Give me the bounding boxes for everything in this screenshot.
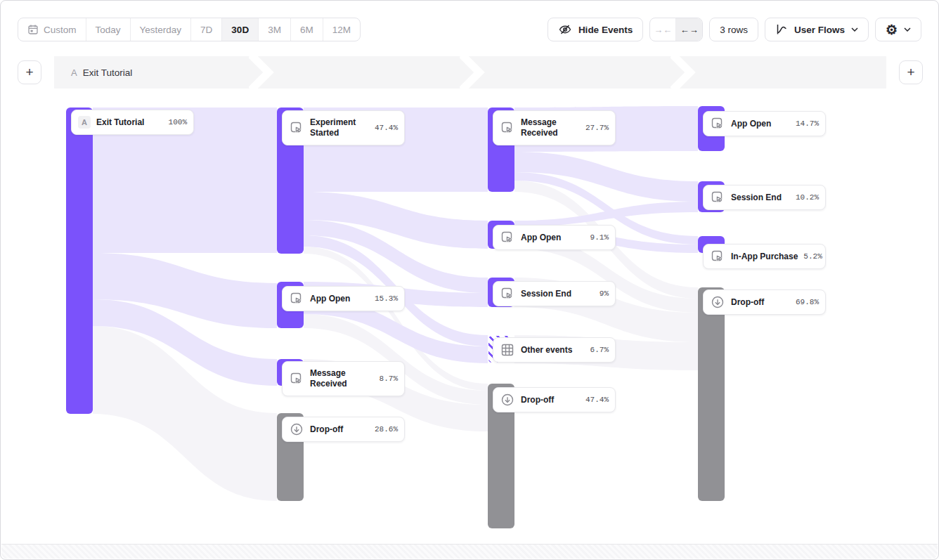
node-percent: 47.4% <box>585 396 609 404</box>
toolbar-right: Hide Events →← ←→ 3 rows User Flows ⚙ <box>548 18 921 41</box>
date-range-yesterday[interactable]: Yesterday <box>131 18 192 41</box>
node-percent: 28.6% <box>375 425 398 434</box>
node-label: Drop-off <box>731 297 790 308</box>
node-label: Session End <box>521 289 594 299</box>
date-range-today[interactable]: Today <box>86 18 131 41</box>
chart-type-dropdown[interactable]: User Flows <box>765 18 869 41</box>
node-label: App Open <box>521 233 585 243</box>
chart-type-label: User Flows <box>794 25 845 35</box>
node-label: Message Received <box>310 368 374 389</box>
node-percent: 15.3% <box>375 294 398 303</box>
flow-node-card-app-open[interactable]: App Open9.1% <box>493 225 616 250</box>
event-icon <box>289 371 304 386</box>
flow-node-card-other-events[interactable]: Other events6.7% <box>493 337 616 363</box>
node-label: Experiment Started <box>310 117 369 138</box>
event-icon <box>500 286 515 301</box>
dropoff-icon <box>710 294 725 310</box>
flow-node-card-session-end[interactable]: Session End10.2% <box>703 185 826 210</box>
expand-columns-button[interactable]: ←→ <box>676 18 702 41</box>
event-icon <box>500 230 515 245</box>
dropoff-icon <box>289 422 304 437</box>
flow-node-card-drop-off[interactable]: Drop-off69.8% <box>703 289 826 315</box>
date-range-6m[interactable]: 6M <box>291 18 323 41</box>
node-label: In-App Purchase <box>731 252 798 262</box>
node-label: Message Received <box>521 117 580 138</box>
node-percent: 9% <box>600 289 609 298</box>
node-percent: 9.1% <box>590 233 609 242</box>
hide-events-label: Hide Events <box>578 25 633 35</box>
date-range-selector: CustomTodayYesterday7D30D3M6M12M <box>18 18 361 41</box>
add-step-right-button[interactable]: + <box>899 60 923 84</box>
user-flows-chart-icon <box>775 23 788 36</box>
collapse-expand-toggle: →← ←→ <box>649 18 703 41</box>
add-step-left-button[interactable]: + <box>18 60 41 84</box>
chevron-down-icon <box>904 27 911 32</box>
flow-node-card-session-end[interactable]: Session End9% <box>493 281 616 306</box>
node-percent: 100% <box>169 118 187 126</box>
event-icon <box>710 116 725 131</box>
node-label: Drop-off <box>310 424 369 435</box>
rows-count-button[interactable]: 3 rows <box>709 18 758 41</box>
node-percent: 47.4% <box>375 124 398 132</box>
other-events-icon <box>500 342 515 358</box>
flow-node-card-drop-off[interactable]: Drop-off28.6% <box>282 417 405 442</box>
flow-node-card-app-open[interactable]: App Open14.7% <box>703 111 826 136</box>
node-label: App Open <box>310 294 369 304</box>
gear-icon: ⚙ <box>886 23 898 37</box>
node-percent: 10.2% <box>796 193 819 202</box>
chevron-down-icon <box>851 27 858 32</box>
rows-count-label: 3 rows <box>720 25 748 35</box>
step-header-row: + A Exit Tutorial + <box>1 56 938 89</box>
date-range-7d[interactable]: 7D <box>191 18 222 41</box>
hide-events-button[interactable]: Hide Events <box>548 18 643 41</box>
event-icon <box>500 120 515 136</box>
user-flows-app: AExit Tutorial100%Experiment Started47.4… <box>0 0 939 560</box>
node-percent: 8.7% <box>380 375 398 383</box>
node-label: Exit Tutorial <box>96 117 163 128</box>
node-label: Other events <box>521 345 585 356</box>
flow-node-card-in-app-purchase[interactable]: In-App Purchase5.2% <box>703 244 826 269</box>
calendar-icon <box>27 24 39 35</box>
flow-node-card-drop-off[interactable]: Drop-off47.4% <box>493 387 616 412</box>
date-range-12m[interactable]: 12M <box>323 18 360 41</box>
eye-off-icon <box>558 22 572 37</box>
date-range-custom[interactable]: Custom <box>18 18 86 41</box>
step-name: Exit Tutorial <box>83 67 133 78</box>
step-banner[interactable]: A Exit Tutorial <box>54 56 886 89</box>
date-range-30d[interactable]: 30D <box>222 18 259 41</box>
node-label: Drop-off <box>521 395 580 405</box>
step-banner-label: A Exit Tutorial <box>71 67 132 78</box>
flow-node-card-exit-tutorial[interactable]: AExit Tutorial100% <box>71 110 194 135</box>
chevron-separator-icon <box>249 56 277 89</box>
node-percent: 5.2% <box>803 252 822 261</box>
event-icon <box>289 120 304 136</box>
flow-node-card-message-received[interactable]: Message Received27.7% <box>493 110 616 145</box>
settings-dropdown[interactable]: ⚙ <box>875 18 921 41</box>
toolbar: CustomTodayYesterday7D30D3M6M12M Hide Ev… <box>18 18 921 41</box>
series-badge: A <box>78 116 91 129</box>
flow-node-card-app-open[interactable]: App Open15.3% <box>282 286 405 311</box>
node-label: App Open <box>731 119 790 129</box>
event-icon <box>710 249 725 264</box>
node-percent: 69.8% <box>796 298 819 306</box>
node-percent: 14.7% <box>796 119 819 128</box>
dropoff-icon <box>500 392 515 408</box>
event-icon <box>710 190 725 205</box>
bottom-scroll-strip <box>1 544 938 559</box>
chevron-separator-icon <box>460 56 488 89</box>
flow-node-bar-exit-tutorial[interactable] <box>66 108 93 414</box>
chevron-separator-icon <box>671 56 699 89</box>
node-percent: 27.7% <box>585 124 609 132</box>
date-range-3m[interactable]: 3M <box>259 18 291 41</box>
event-icon <box>289 291 304 306</box>
collapse-columns-button[interactable]: →← <box>650 18 676 41</box>
node-label: Session End <box>731 193 790 203</box>
node-percent: 6.7% <box>590 346 609 354</box>
step-badge: A <box>71 67 77 78</box>
flow-node-bar-drop-off[interactable] <box>698 287 725 501</box>
flow-node-card-experiment-started[interactable]: Experiment Started47.4% <box>282 110 405 145</box>
flow-node-card-message-received[interactable]: Message Received8.7% <box>282 361 405 396</box>
